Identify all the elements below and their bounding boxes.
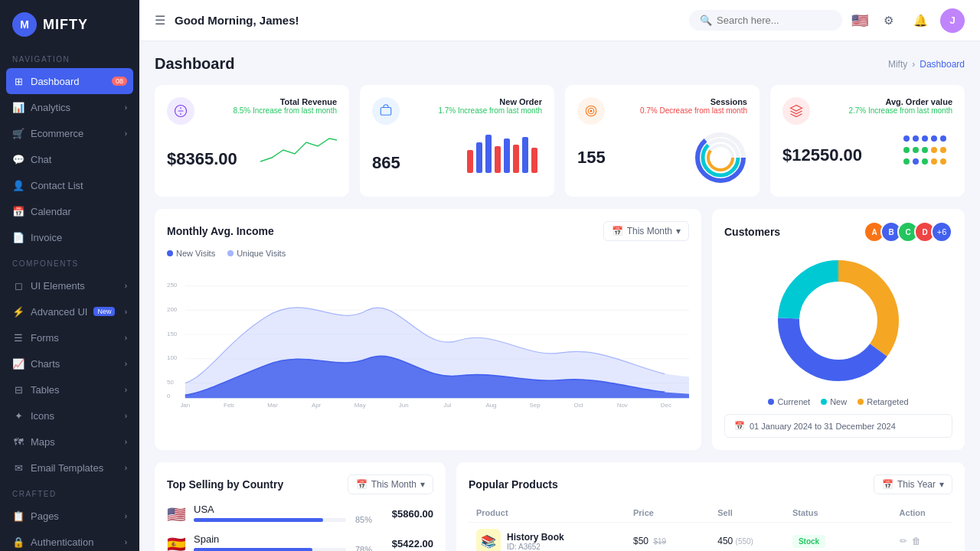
- sidebar-item-forms[interactable]: ☰ Forms ›: [0, 324, 139, 350]
- svg-text:Mar: Mar: [267, 402, 278, 409]
- sidebar-item-label: Email Templates: [31, 462, 103, 474]
- maps-icon: 🗺: [12, 435, 24, 448]
- chevron-icon: ›: [125, 538, 127, 546]
- stat-card-sessions: Sessions 0.7% Decrease from last month 1…: [565, 85, 760, 197]
- ui-icon: ◻: [12, 279, 24, 292]
- sidebar-item-label: Icons: [31, 410, 54, 422]
- sessions-change: 0.7% Decrease from last month: [640, 106, 747, 115]
- email-icon: ✉: [12, 461, 24, 474]
- sidebar-item-chat[interactable]: 💬 Chat: [0, 146, 139, 172]
- sidebar-item-invoice[interactable]: 📄 Invoice: [0, 224, 139, 250]
- contact-icon: 👤: [12, 179, 24, 191]
- icons-icon: ✦: [12, 409, 24, 422]
- spain-bar: [194, 548, 312, 552]
- country-item-spain: 🇪🇸 Spain 78% $5422.00: [167, 533, 433, 551]
- avg-order-value: $12550.00: [782, 145, 862, 165]
- sidebar-item-maps[interactable]: 🗺 Maps ›: [0, 429, 139, 455]
- col-price: Price: [626, 504, 710, 523]
- svg-point-61: [800, 282, 877, 359]
- invoice-icon: 📄: [12, 231, 24, 243]
- svg-point-26: [922, 147, 928, 153]
- income-filter-button[interactable]: 📅 This Month ▾: [603, 221, 689, 241]
- page-header: Dashboard Mifty › Dashboard: [155, 55, 965, 73]
- legend-current: Currenet: [768, 397, 810, 406]
- topbar: ☰ Good Morning, James! 🔍 🇺🇸 ⚙ 🔔 J: [139, 0, 980, 41]
- unique-visits-dot: [227, 250, 234, 256]
- legend-retargeted: Retargeted: [858, 397, 908, 406]
- svg-text:Dec: Dec: [661, 402, 671, 409]
- search-icon: 🔍: [700, 15, 712, 26]
- chevron-icon: ›: [125, 334, 127, 342]
- spain-amount: $5422.00: [380, 538, 433, 549]
- svg-text:May: May: [354, 402, 366, 409]
- search-box[interactable]: 🔍: [689, 10, 842, 31]
- sessions-label: Sessions: [640, 97, 747, 106]
- flag-icon[interactable]: 🇺🇸: [851, 12, 868, 29]
- sidebar-item-label: Contact List: [31, 180, 83, 191]
- svg-point-21: [922, 135, 928, 142]
- sidebar-item-label: Advanced UI: [31, 306, 87, 318]
- nav-section-crafted: CRAFTED: [0, 481, 139, 503]
- search-input[interactable]: [717, 15, 824, 26]
- chevron-down-icon: ▾: [939, 479, 944, 490]
- svg-text:Feb: Feb: [224, 402, 234, 409]
- svg-point-28: [940, 147, 946, 153]
- revenue-icon: [167, 97, 194, 125]
- sidebar-item-advanced-ui[interactable]: ⚡ Advanced UI New ›: [0, 298, 139, 324]
- status-badge-1: Stock: [792, 535, 825, 548]
- new-visits-dot: [167, 250, 173, 256]
- product-id-1: ID: A3652: [507, 543, 564, 551]
- notification-button[interactable]: 🔔: [908, 8, 933, 33]
- svg-point-22: [931, 135, 937, 142]
- sidebar-item-ecommerce[interactable]: 🛒 Ecommerce ›: [0, 120, 139, 146]
- revenue-change: 8.5% Increase from last month: [233, 106, 337, 115]
- logo-icon: M: [12, 12, 37, 37]
- chevron-icon: ›: [125, 282, 127, 290]
- flag-usa: 🇺🇸: [167, 505, 186, 523]
- edit-icon[interactable]: ✏: [900, 536, 907, 546]
- col-sell: Sell: [710, 504, 785, 523]
- chat-icon: 💬: [12, 153, 24, 165]
- orders-bar-chart: [466, 131, 542, 173]
- usa-amount: $5860.00: [380, 508, 433, 520]
- sidebar-item-calendar[interactable]: 📅 Calendar: [0, 198, 139, 224]
- retargeted-dot: [858, 399, 864, 405]
- settings-button[interactable]: ⚙: [876, 8, 900, 33]
- sidebar-item-pages[interactable]: 📋 Pages ›: [0, 503, 139, 529]
- svg-point-32: [931, 158, 937, 165]
- sidebar-item-charts[interactable]: 📈 Charts ›: [0, 350, 139, 377]
- user-avatar[interactable]: J: [940, 8, 965, 33]
- usa-bar: [194, 518, 323, 522]
- donut-chart-container: [724, 252, 952, 390]
- sidebar-item-tables[interactable]: ⊟ Tables ›: [0, 377, 139, 403]
- hamburger-icon[interactable]: ☰: [155, 13, 165, 28]
- sidebar-item-icons[interactable]: ✦ Icons ›: [0, 403, 139, 429]
- svg-text:200: 200: [167, 306, 178, 313]
- country-filter-label: This Month: [371, 479, 416, 490]
- sidebar-item-label: Charts: [31, 358, 60, 370]
- products-card: Popular Products 📅 This Year ▾ Product P…: [456, 462, 965, 551]
- topbar-icons: 🇺🇸 ⚙ 🔔 J: [851, 8, 965, 33]
- sidebar-item-email-templates[interactable]: ✉ Email Templates ›: [0, 455, 139, 481]
- middle-section: Monthly Avg. Income 📅 This Month ▾ New V…: [155, 209, 965, 450]
- svg-point-33: [940, 158, 946, 165]
- products-filter-button[interactable]: 📅 This Year ▾: [874, 474, 952, 494]
- sidebar-item-ui-elements[interactable]: ◻ UI Elements ›: [0, 272, 139, 298]
- tables-icon: ⊟: [12, 383, 24, 396]
- svg-text:Sep: Sep: [530, 402, 541, 409]
- sidebar-item-dashboard[interactable]: ⊞ Dashboard 08: [6, 68, 133, 94]
- svg-rect-9: [531, 148, 537, 173]
- revenue-sparkline: [260, 131, 337, 169]
- sidebar-item-authentication[interactable]: 🔒 Authentication ›: [0, 529, 139, 551]
- sidebar-item-label: Invoice: [31, 232, 62, 243]
- sidebar-item-contact[interactable]: 👤 Contact List: [0, 172, 139, 198]
- delete-icon[interactable]: 🗑: [912, 536, 921, 546]
- auth-icon: 🔒: [12, 536, 24, 548]
- product-price-1: $50 $19: [626, 523, 710, 552]
- bottom-section: Top Selling by Country 📅 This Month ▾ 🇺🇸…: [155, 462, 965, 551]
- country-filter-button[interactable]: 📅 This Month ▾: [348, 474, 433, 494]
- chevron-icon: ›: [125, 360, 127, 368]
- svg-point-24: [903, 147, 910, 153]
- spain-pct: 78%: [355, 545, 372, 551]
- sidebar-item-analytics[interactable]: 📊 Analytics ›: [0, 94, 139, 120]
